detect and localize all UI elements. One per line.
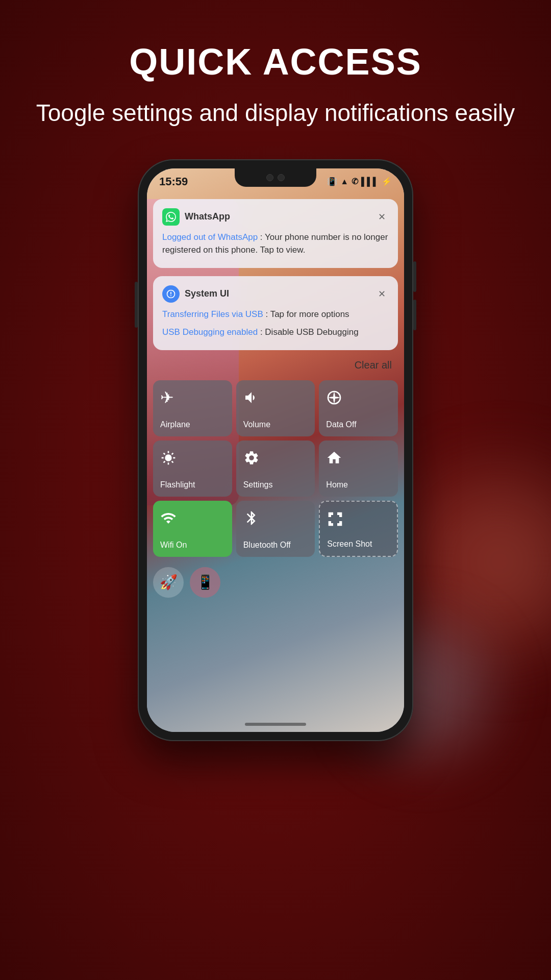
usb-debug-text: : Disable USB Debugging bbox=[258, 327, 359, 337]
notification-panel: WhatsApp ✕ Logged out of WhatsApp : Your… bbox=[147, 195, 404, 732]
signal-icon: ▌▌▌ bbox=[361, 177, 379, 186]
systemui-close-button[interactable]: ✕ bbox=[374, 287, 389, 301]
phone-icon: ✆ bbox=[352, 177, 358, 186]
vibrate-icon: 📳 bbox=[327, 177, 337, 186]
whatsapp-icon bbox=[162, 208, 180, 226]
svg-point-1 bbox=[165, 454, 171, 461]
whatsapp-notification[interactable]: WhatsApp ✕ Logged out of WhatsApp : Your… bbox=[153, 199, 398, 268]
ir-sensor bbox=[278, 174, 285, 181]
usb-transfer-text: : Tap for more options bbox=[263, 309, 349, 319]
phone-mockup: 15:59 📳 ▲ ✆ ▌▌▌ ⚡ bbox=[138, 159, 413, 741]
systemui-notif-body-2: USB Debugging enabled : Disable USB Debu… bbox=[162, 326, 389, 339]
qs-tile-volume[interactable]: Volume bbox=[236, 380, 315, 436]
qs-home-label: Home bbox=[326, 480, 348, 489]
svg-line-6 bbox=[164, 453, 165, 454]
qs-wifi-label: Wifi On bbox=[160, 541, 187, 550]
qs-tile-flashlight[interactable]: Flashlight bbox=[153, 440, 232, 497]
qs-airplane-label: Airplane bbox=[160, 420, 190, 429]
whatsapp-notif-body: Logged out of WhatsApp : Your phone numb… bbox=[162, 231, 389, 257]
home-icon bbox=[326, 450, 342, 469]
svg-line-9 bbox=[172, 453, 173, 454]
header-section: QUICK ACCESS Toogle settings and display… bbox=[6, 0, 545, 149]
systemui-icon bbox=[162, 285, 180, 303]
page-title: QUICK ACCESS bbox=[36, 41, 515, 83]
whatsapp-close-button[interactable]: ✕ bbox=[374, 210, 389, 224]
settings-icon bbox=[243, 450, 260, 469]
phone-screen: 15:59 📳 ▲ ✆ ▌▌▌ ⚡ bbox=[147, 168, 404, 732]
battery-icon: ⚡ bbox=[382, 177, 392, 186]
qs-tile-home[interactable]: Home bbox=[319, 440, 398, 497]
phone-outer: 15:59 📳 ▲ ✆ ▌▌▌ ⚡ bbox=[138, 159, 413, 741]
front-camera bbox=[266, 174, 273, 181]
wifi-qs-icon bbox=[160, 510, 177, 529]
qs-data-label: Data Off bbox=[326, 420, 356, 429]
wifi-icon: ▲ bbox=[340, 177, 348, 186]
clear-all-button[interactable]: Clear all bbox=[355, 359, 392, 371]
data-icon bbox=[326, 389, 342, 408]
svg-line-7 bbox=[172, 461, 173, 462]
status-icons: 📳 ▲ ✆ ▌▌▌ ⚡ bbox=[327, 177, 392, 186]
qs-tile-wifi[interactable]: Wifi On bbox=[153, 501, 232, 557]
screenshot-icon bbox=[327, 511, 343, 530]
volume-up-button[interactable] bbox=[413, 261, 416, 292]
systemui-app-name: System UI bbox=[185, 288, 374, 299]
volume-icon bbox=[243, 389, 260, 408]
notch bbox=[235, 168, 316, 187]
status-time: 15:59 bbox=[159, 175, 188, 188]
recent-app-icon[interactable]: 📱 bbox=[190, 567, 220, 598]
qs-tile-settings[interactable]: Settings bbox=[236, 440, 315, 497]
whatsapp-notif-link: Logged out of WhatsApp bbox=[162, 232, 258, 242]
qs-screenshot-label: Screen Shot bbox=[327, 540, 372, 549]
whatsapp-app-name: WhatsApp bbox=[185, 211, 374, 222]
qs-tile-screenshot[interactable]: Screen Shot bbox=[319, 501, 398, 557]
flashlight-icon bbox=[160, 450, 177, 469]
qs-volume-label: Volume bbox=[243, 420, 270, 429]
systemui-notif-body-1: Transferring Files via USB : Tap for mor… bbox=[162, 308, 389, 321]
systemui-notification[interactable]: System UI ✕ Transferring Files via USB :… bbox=[153, 276, 398, 350]
qs-tile-data[interactable]: Data Off bbox=[319, 380, 398, 436]
qs-tile-bluetooth[interactable]: Bluetooth Off bbox=[236, 501, 315, 557]
qs-settings-label: Settings bbox=[243, 480, 273, 489]
notch-camera bbox=[258, 174, 293, 182]
svg-line-8 bbox=[164, 461, 165, 462]
quick-settings-grid: ✈ Airplane Volume bbox=[147, 376, 404, 567]
launcher-icon[interactable]: 🚀 bbox=[153, 567, 184, 598]
usb-debug-link: USB Debugging enabled bbox=[162, 327, 258, 337]
page-subtitle: Toogle settings and display notification… bbox=[36, 98, 515, 129]
clear-all-row: Clear all bbox=[147, 354, 404, 376]
power-button[interactable] bbox=[135, 282, 138, 328]
whatsapp-notif-header: WhatsApp ✕ bbox=[162, 208, 389, 226]
bluetooth-icon bbox=[243, 510, 260, 529]
volume-down-button[interactable] bbox=[413, 300, 416, 330]
qs-flashlight-label: Flashlight bbox=[160, 480, 195, 489]
airplane-icon: ✈ bbox=[160, 389, 174, 406]
home-indicator[interactable] bbox=[245, 723, 306, 726]
qs-tile-airplane[interactable]: ✈ Airplane bbox=[153, 380, 232, 436]
qs-bluetooth-label: Bluetooth Off bbox=[243, 541, 291, 550]
usb-transfer-link: Transferring Files via USB bbox=[162, 309, 263, 319]
systemui-notif-header: System UI ✕ bbox=[162, 285, 389, 303]
